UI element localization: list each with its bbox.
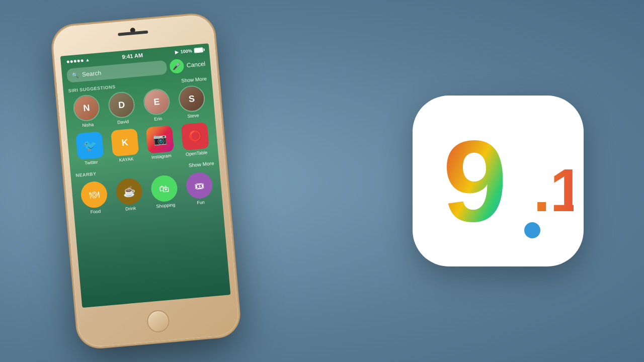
- signal-dot-2: [70, 60, 72, 62]
- nearby-show-more[interactable]: Show More: [189, 160, 214, 168]
- signal-dots: [67, 59, 84, 63]
- shopping-icon: 🛍: [150, 174, 178, 203]
- volume-up-button[interactable]: [55, 93, 59, 109]
- app-instagram[interactable]: 📷 Instagram: [146, 125, 175, 160]
- cancel-button[interactable]: Cancel: [186, 60, 205, 69]
- nearby-name-shopping: Shopping: [156, 202, 176, 209]
- contact-name-nisha: Nisha: [82, 122, 94, 128]
- nearby-title: NEARBY: [75, 171, 97, 178]
- contact-nisha[interactable]: N Nisha: [72, 94, 101, 129]
- status-left: ▲: [66, 57, 90, 64]
- nearby-name-fun: Fun: [197, 200, 205, 205]
- avatar-nisha: N: [72, 94, 101, 122]
- nearby-food[interactable]: 🍽 Food: [80, 180, 109, 215]
- contact-david[interactable]: D David: [107, 90, 136, 125]
- app-name-opentable: OpenTable: [185, 150, 207, 157]
- app-kayak[interactable]: K KAYAK: [111, 128, 139, 163]
- avatar-placeholder-david: D: [109, 92, 135, 118]
- app-name-kayak: KAYAK: [119, 156, 133, 162]
- iphone-screen: ▲ 9:41 AM ▶ 100% 🔍 Search: [60, 43, 231, 308]
- nearby-fun[interactable]: 🎟 Fun: [185, 171, 214, 206]
- opentable-icon: ⭕: [181, 122, 209, 150]
- iphone-body: ▲ 9:41 AM ▶ 100% 🔍 Search: [52, 14, 240, 348]
- battery-fill: [194, 48, 203, 52]
- power-button[interactable]: [217, 73, 221, 99]
- avatar-steve: S: [178, 84, 206, 113]
- scene: ▲ 9:41 AM ▶ 100% 🔍 Search: [0, 0, 644, 362]
- contact-steve[interactable]: S Steve: [178, 84, 206, 119]
- siri-suggestions-title: SIRI SUGGESTIONS: [68, 84, 116, 93]
- signal-dot-5: [80, 59, 83, 61]
- svg-point-1: [524, 222, 540, 238]
- contact-name-erin: Erin: [154, 116, 163, 122]
- nearby-name-drink: Drink: [125, 206, 136, 212]
- ios-91-svg: 9 .1: [423, 106, 574, 256]
- wifi-icon: ▲: [85, 57, 90, 63]
- search-placeholder: Search: [82, 69, 101, 78]
- search-icon: 🔍: [72, 71, 79, 78]
- iphone-speaker: [118, 31, 148, 36]
- app-name-instagram: Instagram: [151, 153, 172, 159]
- nearby-shopping[interactable]: 🛍 Shopping: [150, 174, 179, 209]
- fun-icon: 🎟: [185, 171, 213, 200]
- nearby-name-food: Food: [90, 209, 101, 215]
- signal-dot-4: [77, 59, 79, 62]
- volume-down-button[interactable]: [57, 113, 61, 129]
- silent-switch: [54, 78, 57, 88]
- contact-name-steve: Steve: [187, 113, 199, 119]
- battery-percentage: 100%: [180, 48, 192, 54]
- location-icon: ▶: [175, 49, 179, 55]
- kayak-icon: K: [111, 128, 139, 156]
- avatar-placeholder-nisha: N: [73, 95, 100, 121]
- status-right: ▶ 100%: [175, 47, 203, 55]
- twitter-icon: 🐦: [75, 131, 104, 159]
- mic-icon: 🎤: [172, 62, 181, 70]
- app-name-twitter: Twitter: [85, 159, 98, 165]
- contact-erin[interactable]: E Erin: [142, 87, 171, 122]
- avatar-david: D: [107, 90, 135, 119]
- food-icon: 🍽: [80, 180, 108, 209]
- ios-91-icon: 9 .1: [413, 96, 584, 266]
- app-opentable[interactable]: ⭕ OpenTable: [181, 122, 209, 157]
- app-twitter[interactable]: 🐦 Twitter: [75, 131, 104, 166]
- svg-text:.1: .1: [533, 156, 574, 224]
- drink-icon: ☕: [115, 177, 143, 206]
- battery-icon: [194, 47, 203, 53]
- mic-button[interactable]: 🎤: [169, 59, 184, 74]
- signal-dot-1: [67, 60, 69, 63]
- nearby-drink[interactable]: ☕ Drink: [115, 177, 144, 212]
- instagram-icon: 📷: [146, 125, 174, 153]
- avatar-placeholder-steve: S: [179, 85, 205, 112]
- signal-dot-3: [73, 60, 76, 62]
- contact-name-david: David: [117, 119, 129, 125]
- avatar-erin: E: [142, 87, 171, 116]
- svg-text:9: 9: [443, 117, 503, 246]
- siri-show-more[interactable]: Show More: [181, 76, 207, 83]
- iphone: ▲ 9:41 AM ▶ 100% 🔍 Search: [52, 14, 240, 348]
- status-time: 9:41 AM: [122, 52, 143, 60]
- home-button[interactable]: [146, 309, 171, 333]
- avatar-placeholder-erin: E: [143, 89, 170, 115]
